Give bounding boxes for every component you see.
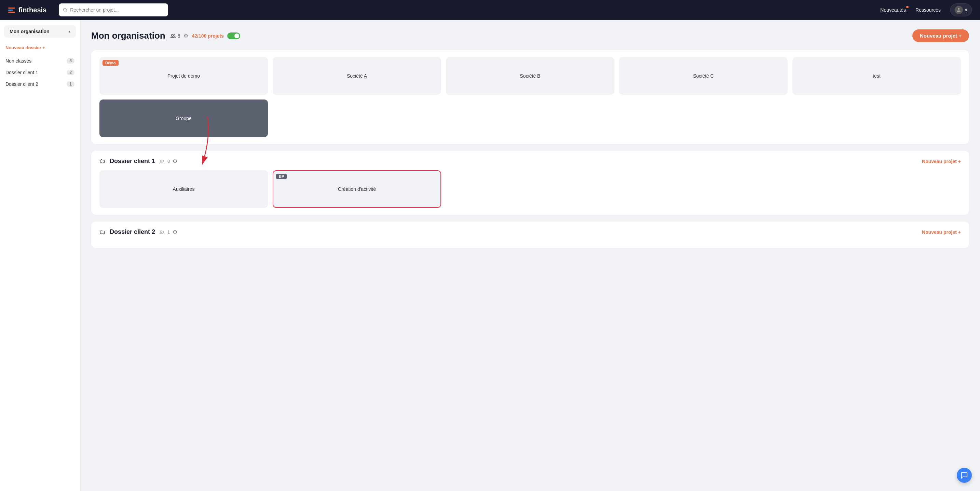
project-card-creation-activite[interactable]: BP Création d'activité (273, 170, 441, 208)
notification-dot (906, 6, 908, 8)
project-card-societe-a[interactable]: Société A (273, 57, 441, 95)
sidebar: Mon organisation ▾ Nouveau dossier + Non… (0, 20, 80, 491)
svg-point-5 (160, 231, 162, 233)
dossier-members-count: 0 (167, 159, 170, 164)
project-card-label: Société A (347, 73, 367, 79)
project-card-test[interactable]: test (792, 57, 961, 95)
members-icon (170, 33, 176, 38)
search-input[interactable] (70, 7, 164, 13)
logo-text: finthesis (19, 6, 46, 14)
sidebar-badge: 1 (67, 81, 75, 87)
logo-icon (8, 8, 15, 13)
projects-count: 42/100 projets (192, 33, 223, 39)
org-selector[interactable]: Mon organisation ▾ (4, 25, 76, 38)
page-title: Mon organisation (91, 30, 165, 41)
unclassed-section: Démo Projet de démo Société A Société B … (91, 50, 969, 144)
nav-links: Nouveautés Ressources ▾ (880, 3, 972, 16)
new-dossier-button[interactable]: Nouveau dossier + (0, 43, 80, 55)
svg-point-4 (160, 160, 162, 162)
project-card-societe-c[interactable]: Société C (619, 57, 788, 95)
user-avatar-button[interactable]: ▾ (950, 3, 972, 16)
dossier1-nouveau-projet-link[interactable]: Nouveau projet + (922, 159, 961, 164)
chat-bubble-button[interactable] (957, 468, 972, 483)
dossier-client-2-section: 🗂 Dossier client 2 1 ⚙ Nouveau projet + (91, 222, 969, 248)
project-card-groupe[interactable]: Groupe (99, 99, 268, 137)
project-card-label: Création d'activité (338, 187, 376, 192)
settings-gear-icon[interactable]: ⚙ (183, 32, 188, 39)
dossier1-projects-grid: Auxiliaires BP Création d'activité (99, 170, 961, 208)
main-content: Mon organisation 6 ⚙ 42/100 projets Nouv… (80, 20, 980, 491)
page-header: Mon organisation 6 ⚙ 42/100 projets Nouv… (91, 29, 969, 42)
dossier-title: Dossier client 2 (110, 228, 155, 236)
sidebar-item-dossier-client-2[interactable]: Dossier client 2 1 (0, 78, 80, 90)
svg-point-2 (171, 34, 173, 36)
sidebar-item-label: Dossier client 2 (5, 81, 38, 87)
dossier-client-2-header: 🗂 Dossier client 2 1 ⚙ Nouveau projet + (99, 228, 961, 236)
project-card-label: Auxiliaires (173, 187, 195, 192)
demo-badge: Démo (102, 60, 119, 65)
nav-link-ressources[interactable]: Ressources (915, 7, 941, 13)
svg-point-0 (64, 8, 67, 11)
user-icon (956, 8, 961, 12)
dossier-settings-icon[interactable]: ⚙ (173, 229, 177, 235)
projects-grid: Démo Projet de démo Société A Société B … (99, 57, 961, 137)
sidebar-item-label: Dossier client 1 (5, 70, 38, 75)
dossier2-nouveau-projet-link[interactable]: Nouveau projet + (922, 230, 961, 235)
sidebar-item-dossier-client-1[interactable]: Dossier client 1 2 (0, 67, 80, 78)
dossier-client-1-header: 🗂 Dossier client 1 0 ⚙ Nouveau projet + (99, 158, 961, 165)
chevron-down-icon: ▾ (68, 29, 70, 34)
sidebar-badge: 2 (67, 70, 75, 75)
org-selector-name: Mon organisation (10, 29, 49, 34)
top-navigation: finthesis Nouveautés Ressources ▾ (0, 0, 980, 20)
project-card-label: Société B (520, 73, 541, 79)
avatar (955, 6, 963, 14)
app-body: Mon organisation ▾ Nouveau dossier + Non… (0, 20, 980, 491)
toggle-switch[interactable] (227, 32, 240, 39)
dossier-settings-icon[interactable]: ⚙ (173, 158, 177, 164)
project-card-demo[interactable]: Démo Projet de démo (99, 57, 268, 95)
nouveau-projet-button[interactable]: Nouveau projet + (912, 29, 969, 42)
bp-badge: BP (276, 174, 287, 179)
dossier-meta: 0 ⚙ (159, 158, 177, 164)
sidebar-item-non-classes[interactable]: Non classés 6 (0, 55, 80, 67)
search-bar[interactable] (59, 3, 168, 16)
search-icon (63, 8, 67, 12)
nav-link-nouveautes[interactable]: Nouveautés (880, 7, 906, 13)
project-card-label: Projet de démo (167, 73, 200, 79)
project-card-label: Groupe (176, 116, 192, 121)
dossier-meta: 1 ⚙ (159, 229, 177, 235)
svg-point-1 (958, 8, 960, 10)
project-card-auxiliaires[interactable]: Auxiliaires (99, 170, 268, 208)
project-card-label: test (873, 73, 881, 79)
dropdown-chevron: ▾ (965, 8, 967, 13)
chat-icon (961, 472, 968, 479)
folder-icon: 🗂 (99, 228, 106, 236)
folder-icon: 🗂 (99, 158, 106, 165)
project-card-societe-b[interactable]: Société B (446, 57, 614, 95)
sidebar-badge: 6 (67, 58, 75, 64)
dossier-title: Dossier client 1 (110, 158, 155, 165)
logo[interactable]: finthesis (8, 6, 46, 14)
header-meta: 6 ⚙ 42/100 projets (170, 32, 240, 39)
members-count: 6 (170, 33, 180, 39)
sidebar-item-label: Non classés (5, 58, 32, 64)
dossier-members-count: 1 (167, 230, 170, 234)
dossier-client-1-section: 🗂 Dossier client 1 0 ⚙ Nouveau projet + … (91, 151, 969, 215)
members-icon (159, 159, 165, 163)
members-icon (159, 230, 165, 234)
project-card-label: Société C (693, 73, 714, 79)
